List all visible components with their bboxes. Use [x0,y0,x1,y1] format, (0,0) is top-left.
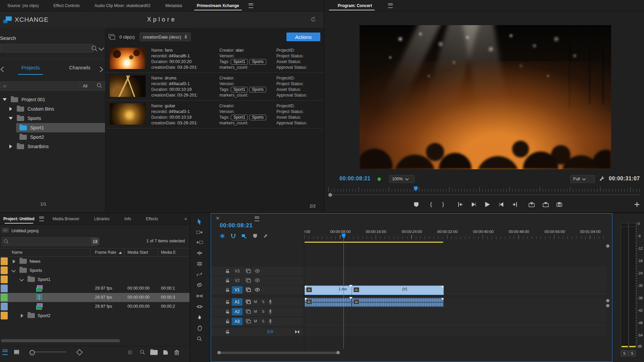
current-timecode[interactable]: 00:00:08:21 [339,176,371,182]
track-select-backward-tool[interactable] [195,238,204,247]
refresh-icon[interactable] [310,16,316,22]
mark-in-button[interactable]: { [427,200,435,208]
new-item-button[interactable] [162,349,169,356]
clip-row-fans[interactable]: Name: fans recordid: d49acaf6-1 Duration… [105,45,324,73]
thumbnail-zoom-slider[interactable] [30,352,66,352]
table-row-sequence[interactable]: 29.97 fps 00:00:00:00 00:00:3 [0,293,190,302]
filter-search-icon[interactable] [97,83,102,88]
solo-left-button[interactable]: S [621,350,628,356]
tab-program[interactable]: Program: Concert [324,0,379,11]
mark-out-button[interactable]: } [439,200,447,208]
tab-project[interactable]: Project: Untitled [0,213,38,225]
step-back-button[interactable] [470,200,478,208]
table-row-news[interactable]: News [0,257,190,266]
master-gain-value[interactable]: 0.0 [267,329,273,334]
program-scrollbar[interactable] [328,194,640,195]
clip-thumbnail[interactable] [110,75,146,97]
audio-clip-1[interactable]: fx [305,298,352,307]
tree-item-sport1[interactable]: Sport1 [16,123,105,132]
fx-badge[interactable]: fx [354,299,359,304]
source-assign-icon[interactable] [246,319,251,323]
tab-overflow-icon[interactable]: » [184,217,187,221]
expander-icon[interactable] [11,268,16,273]
track-select-forward-tool[interactable] [195,228,204,237]
lock-icon[interactable] [226,288,229,292]
timeline-timecode[interactable]: 00:00:08:21 [220,222,253,229]
solo-toggle[interactable]: S [262,309,264,313]
track-v2[interactable] [304,276,607,285]
delete-button[interactable] [173,349,180,356]
ripple-edit-tool[interactable] [195,249,204,257]
video-clip-2[interactable]: fx [V] [352,286,444,295]
solo-toggle[interactable]: S [262,319,264,323]
icon-view-button[interactable] [13,349,20,356]
filmstrip-icon[interactable] [127,349,135,356]
lock-icon[interactable] [226,330,229,334]
add-marker-button[interactable] [412,200,420,208]
horizontal-scrollbar[interactable] [1,339,120,342]
solo-right-button[interactable]: S [629,350,636,356]
timeline-playhead-line[interactable] [343,238,344,348]
scrollbar-handle[interactable] [217,351,221,354]
actions-button[interactable]: Actions [286,33,320,41]
program-video-viewport[interactable] [360,25,611,169]
label-swatch[interactable] [1,303,8,310]
zoom-level-select[interactable]: 100% [389,175,415,183]
settings-wrench-icon[interactable] [599,175,605,182]
add-button[interactable] [633,200,641,208]
expander-icon[interactable] [3,98,7,101]
program-time-ruler[interactable] [328,186,640,192]
panel-menu-icon[interactable] [249,3,253,8]
playback-resolution-select[interactable]: Full [570,175,595,183]
column-frame-rate[interactable]: Frame Rate [95,250,122,255]
nest-toggle-icon[interactable] [220,233,225,239]
scrollbar-handle[interactable] [328,193,332,197]
track-visibility-eye-icon[interactable] [255,279,260,282]
tag-chip[interactable]: Sports [249,87,266,93]
timeline-horizontal-scrollbar[interactable] [219,352,338,354]
timeline-ruler[interactable]: :00:00 00:00:08:00 00:00:16:00 00:00:24:… [304,229,607,241]
slider-handle[interactable] [30,350,35,355]
tab-effect-controls[interactable]: Effect Controls [46,0,87,11]
marker-icon[interactable] [253,234,257,238]
expander-icon[interactable] [9,144,12,148]
tab-channels[interactable]: Channels [69,65,90,70]
track-badge[interactable]: A1 [232,298,243,306]
vertical-scroll-handle[interactable] [606,304,609,307]
column-media-start[interactable]: Media Start [127,250,148,255]
automate-to-sequence-icon[interactable] [76,349,83,356]
tab-metadata[interactable]: Metadata [158,0,190,11]
new-bin-button[interactable] [150,349,158,356]
clip-thumbnail[interactable] [110,48,146,69]
pen-tool[interactable] [195,313,204,322]
go-to-out-button[interactable] [511,200,519,208]
extract-button[interactable] [542,200,550,208]
voiceover-mic-icon[interactable] [269,299,272,305]
voiceover-mic-icon[interactable] [269,309,272,314]
tab-libraries[interactable]: Libraries [87,213,117,225]
chevron-down-icon[interactable] [99,45,104,51]
tab-info[interactable]: Info [117,213,139,225]
search-icon[interactable] [91,45,98,52]
voiceover-mic-icon[interactable] [269,319,272,324]
tag-chip[interactable]: Sports [249,59,266,65]
sort-dropdown[interactable]: creationDate (desc) [140,33,191,41]
track-visibility-eye-icon[interactable] [255,288,260,292]
track-badge[interactable]: A2 [232,308,243,315]
timeline-settings-wrench-icon[interactable] [263,233,268,239]
track-badge[interactable]: V3 [232,267,243,275]
rate-stretch-tool[interactable] [195,270,204,279]
expander-icon[interactable] [9,107,12,111]
lock-icon[interactable] [226,319,229,323]
tree-item-sports[interactable]: Sports [0,114,105,123]
rolling-edit-tool[interactable] [195,259,204,268]
project-search-input[interactable] [2,237,97,246]
timeline-menu-icon[interactable] [255,217,259,221]
tab-media-browser[interactable]: Media Browser [45,213,87,225]
audio-clip-2[interactable]: fx [352,298,444,307]
lift-button[interactable] [528,200,536,208]
lock-icon[interactable] [226,269,229,273]
expander-icon[interactable] [9,117,13,120]
track-visibility-eye-icon[interactable] [255,269,260,273]
keyframe-bowtie-icon[interactable] [295,330,300,334]
